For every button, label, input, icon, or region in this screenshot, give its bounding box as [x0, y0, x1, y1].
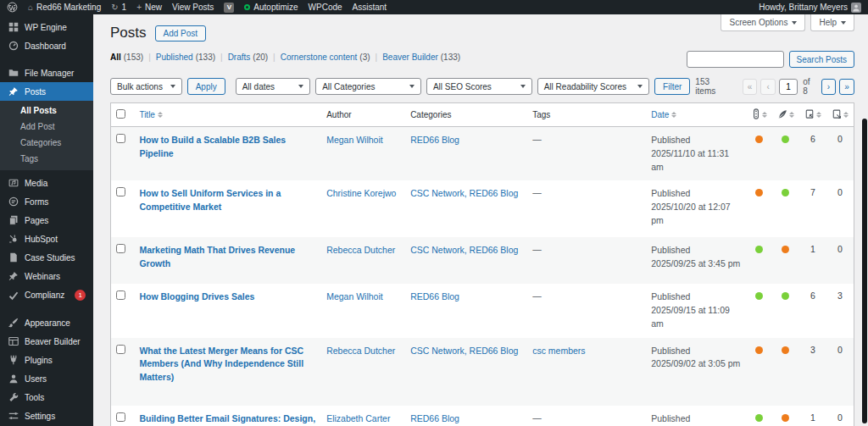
sidebar-item-settings[interactable]: Settings [0, 407, 93, 425]
dates-filter-select[interactable]: All dates [236, 78, 311, 95]
pages-icon [8, 215, 19, 225]
scrollbar[interactable] [862, 119, 867, 423]
incoming-links-column-header[interactable] [799, 103, 826, 127]
view-posts-label: View Posts [172, 3, 214, 12]
search-input[interactable] [687, 51, 784, 68]
admin-bar: ⌂ Red66 Marketing ↻ 1 + New View Posts V… [0, 0, 868, 14]
autoptimize-menu[interactable]: Autoptimize [244, 3, 298, 12]
sort-by-title-link[interactable]: Title [139, 110, 163, 119]
my-account-menu[interactable]: Howdy, Brittany Meyers [759, 3, 861, 13]
current-page-input[interactable] [779, 79, 798, 95]
readability-filter-select[interactable]: All Readability Scores [537, 78, 649, 95]
post-title-link[interactable]: Building Better Email Signatures: Design… [139, 412, 316, 426]
main-content: Screen Options Help Posts Add Post All (… [93, 14, 868, 426]
prev-page-button[interactable]: ‹ [760, 79, 776, 95]
row-checkbox[interactable] [116, 412, 125, 422]
seo-score-column-header[interactable] [747, 103, 772, 127]
readability-column-header[interactable] [772, 103, 799, 127]
sidebar-item-label: Dashboard [25, 41, 66, 51]
site-name-menu[interactable]: ⌂ Red66 Marketing [28, 3, 101, 12]
post-title-link[interactable]: How to Sell Uniform Services in a Compet… [139, 187, 316, 214]
submenu-tags[interactable]: Tags [0, 151, 93, 167]
apply-button[interactable]: Apply [187, 78, 225, 95]
outgoing-links-column-header[interactable] [826, 103, 854, 127]
view-cornerstone-link[interactable]: Cornerstone content [281, 53, 358, 62]
row-checkbox[interactable] [116, 290, 125, 300]
submenu-categories[interactable]: Categories [0, 135, 93, 151]
author-link[interactable]: Elizabeth Carter [326, 413, 390, 423]
submenu-add-post[interactable]: Add Post [0, 119, 93, 135]
post-title-link[interactable]: How Blogging Drives Sales [139, 290, 254, 304]
sidebar-item-tools[interactable]: Tools [0, 388, 93, 407]
sort-arrows-icon [789, 112, 794, 118]
select-all-checkbox[interactable] [116, 109, 125, 119]
author-link[interactable]: Rebecca Dutcher [326, 245, 395, 255]
bulk-actions-select[interactable]: Bulk actions [110, 78, 182, 95]
sidebar-item-dashboard[interactable]: Dashboard [0, 36, 93, 55]
sidebar-item-wp-engine[interactable]: WP Engine [0, 18, 93, 36]
row-checkbox[interactable] [116, 345, 125, 354]
assistant-menu[interactable]: Assistant [353, 3, 387, 12]
incoming-links-count: 1 [799, 406, 826, 426]
video-user-manuals-menu[interactable]: V [224, 3, 234, 13]
row-checkbox[interactable] [116, 187, 125, 196]
row-checkbox[interactable] [116, 134, 125, 143]
author-link[interactable]: Christine Korejwo [326, 188, 396, 198]
sidebar-item-pages[interactable]: Pages [0, 211, 93, 230]
submenu-all-posts[interactable]: All Posts [0, 102, 93, 119]
view-published-link[interactable]: Published [156, 53, 193, 62]
date-cell: Published2025/09/02 at 3:05 pm [646, 338, 747, 406]
first-page-button[interactable]: « [743, 79, 758, 95]
sidebar-item-file-manager[interactable]: File Manager [0, 64, 93, 82]
posts-submenu: All Posts Add Post Categories Tags [0, 101, 93, 170]
post-title-link[interactable]: What the Latest Merger Means for CSC Mem… [139, 345, 316, 385]
next-page-button[interactable]: › [821, 79, 837, 95]
categories-link[interactable]: CSC Network, RED66 Blog [410, 245, 518, 255]
sidebar-item-complianz[interactable]: Complianz 1 [0, 285, 93, 305]
sidebar-item-plugins[interactable]: Plugins [0, 351, 93, 369]
view-drafts-link[interactable]: Drafts [228, 53, 251, 62]
title-column-header: Title [134, 103, 321, 127]
categories-link[interactable]: RED66 Blog [410, 413, 459, 423]
post-title-link[interactable]: How to Build a Scalable B2B Sales Pipeli… [139, 134, 316, 161]
categories-link[interactable]: CSC Network, RED66 Blog [410, 346, 518, 356]
updates-menu[interactable]: ↻ 1 [111, 3, 126, 12]
view-beaver-builder-link[interactable]: Beaver Builder [382, 53, 438, 62]
help-button[interactable]: Help [810, 14, 854, 31]
sidebar-item-forms[interactable]: Forms [0, 192, 93, 211]
sidebar-item-users[interactable]: Users [0, 369, 93, 388]
view-all-link[interactable]: All [110, 53, 121, 62]
sidebar-item-posts[interactable]: Posts [0, 82, 93, 101]
sidebar-item-case-studies[interactable]: Case Studies [0, 248, 93, 267]
seo-scores-filter-select[interactable]: All SEO Scores [426, 78, 532, 95]
sidebar-item-webinars[interactable]: Webinars [0, 267, 93, 285]
add-post-button[interactable]: Add Post [155, 25, 207, 41]
incoming-links-count: 1 [799, 237, 826, 284]
wordpress-menu[interactable] [7, 2, 18, 13]
sidebar-item-label: Users [25, 374, 47, 384]
author-link[interactable]: Rebecca Dutcher [326, 346, 395, 356]
last-page-button[interactable]: » [839, 79, 854, 95]
wpcode-menu[interactable]: WPCode [309, 3, 342, 12]
sidebar-item-media[interactable]: Media [0, 174, 93, 192]
categories-link[interactable]: RED66 Blog [410, 135, 459, 145]
post-title-link[interactable]: Marketing Math That Drives Revenue Growt… [139, 244, 316, 271]
table-row: How Blogging Drives Sales Megan Wilhoit … [111, 284, 854, 337]
sort-by-date-link[interactable]: Date [651, 110, 676, 119]
categories-link[interactable]: CSC Network, RED66 Blog [410, 188, 518, 198]
screen-options-button[interactable]: Screen Options [721, 14, 805, 31]
sidebar-item-beaver-builder[interactable]: Beaver Builder [0, 332, 93, 351]
author-link[interactable]: Megan Wilhoit [326, 135, 383, 145]
author-link[interactable]: Megan Wilhoit [326, 291, 383, 302]
categories-filter-select[interactable]: All Categories [315, 78, 421, 95]
sidebar-item-hubspot[interactable]: HubSpot [0, 230, 93, 248]
row-checkbox[interactable] [116, 244, 125, 253]
new-content-menu[interactable]: + New [136, 3, 162, 12]
assistant-label: Assistant [353, 3, 387, 12]
filter-button[interactable]: Filter [654, 78, 690, 95]
sidebar-item-appearance[interactable]: Appearance [0, 313, 93, 332]
tag-link[interactable]: csc members [532, 346, 585, 356]
search-posts-button[interactable]: Search Posts [789, 51, 854, 68]
view-posts-menu[interactable]: View Posts [172, 3, 214, 12]
categories-link[interactable]: RED66 Blog [410, 291, 459, 302]
